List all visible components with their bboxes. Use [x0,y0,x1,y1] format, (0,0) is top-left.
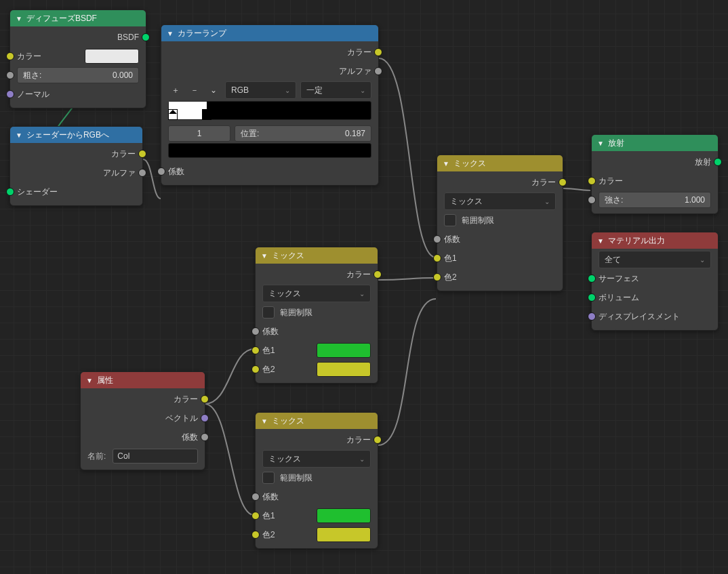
socket-fac-in[interactable] [433,235,441,243]
socket-color1-in[interactable] [433,254,441,262]
node-title: ミックス [453,158,486,169]
node-material-output[interactable]: ▼ マテリアル出力 全て⌄ サーフェス ボリューム ディスプレイスメント [591,232,719,331]
socket-fac-out[interactable] [201,433,209,441]
socket-roughness-in[interactable] [6,71,14,79]
output-label-color: カラー [346,269,371,281]
roughness-field[interactable]: 粗さ: 0.000 [17,67,139,83]
socket-displacement-in[interactable] [588,312,596,321]
socket-color2-in[interactable] [433,273,441,281]
socket-color2-in[interactable] [251,365,260,373]
socket-color-out[interactable] [559,178,567,186]
node-title: 放射 [608,138,624,149]
socket-color-in[interactable] [6,52,14,60]
node-color-ramp[interactable]: ▼ カラーランプ カラー アルファ ＋ － ⌄ RGB⌄ 一定⌄ [161,24,379,186]
socket-color-out[interactable] [374,48,382,56]
socket-normal-in[interactable] [6,90,14,98]
socket-color2-in[interactable] [251,531,260,539]
node-header[interactable]: ▼ マテリアル出力 [592,232,718,249]
clamp-checkbox[interactable] [262,306,275,319]
collapse-toggle-icon[interactable]: ▼ [86,377,93,384]
socket-strength-in[interactable] [588,196,596,204]
color2-swatch[interactable] [317,527,371,542]
socket-color1-in[interactable] [251,346,260,354]
node-diffuse-bsdf[interactable]: ▼ ディフューズBSDF BSDF カラー 粗さ: 0.000 ノーマル [9,9,146,108]
socket-alpha-out[interactable] [138,169,146,177]
socket-vector-out[interactable] [201,414,209,422]
socket-color-in[interactable] [588,177,596,185]
socket-color-out[interactable] [201,395,209,403]
output-label-color: カラー [174,394,198,405]
node-attribute[interactable]: ▼ 属性 カラー ベクトル 係数 名前: Col [80,371,205,470]
add-stop-button[interactable]: ＋ [168,83,183,98]
input-label-color2: 色2 [262,529,275,541]
node-header[interactable]: ▼ ディフューズBSDF [10,10,146,26]
socket-fac-in[interactable] [251,493,260,501]
interpolation-dropdown[interactable]: 一定⌄ [300,81,371,99]
node-header[interactable]: ▼ カラーランプ [161,25,378,41]
chevron-down-icon: ⌄ [360,87,365,94]
socket-emission-out[interactable] [714,158,722,166]
color-swatch[interactable] [85,49,139,64]
blend-mode-dropdown[interactable]: ミックス⌄ [262,450,371,468]
color-stop-1[interactable] [202,109,211,120]
color-mode-dropdown[interactable]: RGB⌄ [225,81,296,99]
collapse-toggle-icon[interactable]: ▼ [261,417,268,425]
collapse-toggle-icon[interactable]: ▼ [16,131,22,139]
socket-surface-in[interactable] [588,274,596,283]
node-header[interactable]: ▼ 属性 [81,372,205,388]
color1-swatch[interactable] [317,343,371,358]
socket-alpha-out[interactable] [374,67,382,75]
node-header[interactable]: ▼ シェーダーからRGBへ [10,127,142,143]
input-label-shader: シェーダー [17,186,58,198]
socket-fac-in[interactable] [251,327,260,335]
node-header[interactable]: ▼ ミックス [256,413,378,429]
clamp-label: 範囲制限 [462,215,494,226]
input-label-color2: 色2 [444,272,457,283]
collapse-toggle-icon[interactable]: ▼ [443,160,449,167]
clamp-checkbox[interactable] [262,472,275,484]
attribute-name-input[interactable]: Col [113,449,198,464]
stop-position-field[interactable]: 位置: 0.187 [235,125,371,142]
collapse-toggle-icon[interactable]: ▼ [167,30,174,37]
socket-fac-in[interactable] [157,167,165,176]
node-header[interactable]: ▼ ミックス [437,155,563,171]
chevron-down-icon: ⌄ [210,85,217,95]
clamp-label: 範囲制限 [280,472,312,484]
input-label-factor: 係数 [262,491,279,503]
node-emission[interactable]: ▼ 放射 放射 カラー 強さ: 1.000 [591,134,719,214]
collapse-toggle-icon[interactable]: ▼ [261,252,268,260]
node-title: マテリアル出力 [608,235,665,247]
clamp-checkbox[interactable] [444,214,456,226]
collapse-toggle-icon[interactable]: ▼ [597,237,604,245]
color-ramp-gradient[interactable] [168,101,371,120]
node-mix-2[interactable]: ▼ ミックス カラー ミックス⌄ 範囲制限 係数 色1 色2 [255,412,378,549]
strength-field[interactable]: 強さ: 1.000 [599,192,711,208]
collapse-toggle-icon[interactable]: ▼ [597,140,604,147]
color-stop-0[interactable] [168,109,178,120]
socket-color-out[interactable] [373,270,382,279]
socket-color-out[interactable] [138,150,146,158]
chevron-down-icon: ⌄ [285,87,290,94]
remove-stop-button[interactable]: － [187,83,202,98]
socket-color-out[interactable] [373,436,382,444]
node-header[interactable]: ▼ 放射 [592,135,718,151]
stop-color-swatch[interactable] [168,143,371,158]
color1-swatch[interactable] [317,508,371,523]
socket-volume-in[interactable] [588,293,596,302]
node-header[interactable]: ▼ ミックス [256,247,378,264]
collapse-toggle-icon[interactable]: ▼ [16,15,22,22]
socket-color1-in[interactable] [251,512,260,520]
target-dropdown[interactable]: 全て⌄ [599,251,711,268]
blend-mode-dropdown[interactable]: ミックス⌄ [444,192,556,210]
node-mix-1[interactable]: ▼ ミックス カラー ミックス⌄ 範囲制限 係数 色1 色2 [255,247,378,384]
socket-shader-in[interactable] [6,188,14,196]
node-mix-top[interactable]: ▼ ミックス カラー ミックス⌄ 範囲制限 係数 色1 色2 [437,155,563,291]
node-shader-to-rgb[interactable]: ▼ シェーダーからRGBへ カラー アルファ シェーダー [9,126,143,206]
stop-menu-button[interactable]: ⌄ [206,83,221,98]
stop-index-field[interactable]: 1 [168,125,230,142]
input-label-factor: 係数 [262,326,279,337]
color2-swatch[interactable] [317,362,371,377]
blend-mode-dropdown[interactable]: ミックス⌄ [262,285,371,302]
socket-bsdf-out[interactable] [142,33,150,41]
input-label-color1: 色1 [444,253,457,264]
